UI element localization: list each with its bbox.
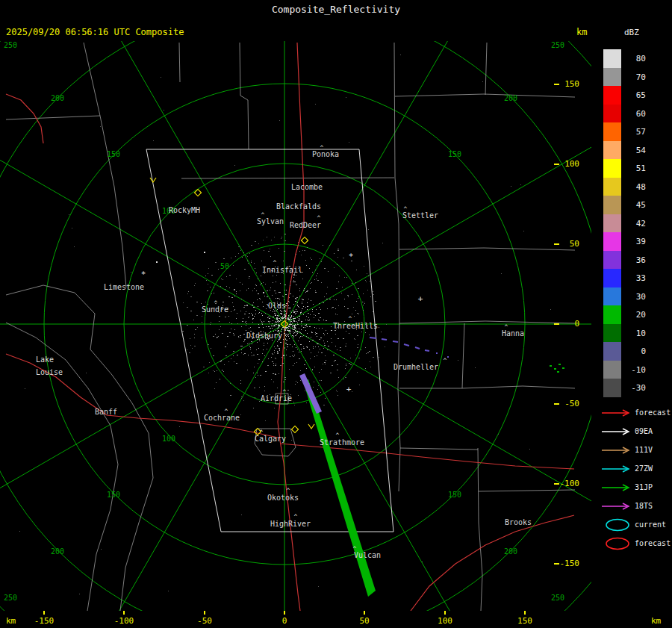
colorbar-value: 30 <box>626 292 646 302</box>
colorbar-swatch-60 <box>603 105 621 123</box>
cross-mark-icon: + <box>418 294 423 304</box>
city-label-drumheller: Drumheller <box>393 363 438 371</box>
town-caret-icon: ^ <box>261 212 265 219</box>
bottom-axis-label: 50 <box>349 616 379 626</box>
legend-arrow-icon <box>600 481 635 494</box>
dot-mark-icon <box>156 261 158 263</box>
colorbar-value: 39 <box>626 237 646 246</box>
town-caret-icon: ^ <box>353 546 357 553</box>
colorbar-swatch-70 <box>603 68 621 87</box>
city-label-brooks: Brooks <box>505 518 532 526</box>
right-axis-label: 150 <box>551 79 579 89</box>
town-caret-icon: ^ <box>287 488 290 494</box>
colorbar-value: 70 <box>626 72 646 82</box>
town-caret-icon: ^ <box>273 260 277 267</box>
echo-streaks <box>299 338 564 597</box>
bottom-axis-tick <box>43 611 45 615</box>
svg-text:200: 200 <box>504 94 517 102</box>
city-label-highriver: HighRiver <box>270 520 311 528</box>
town-caret-icon: ^ <box>349 316 352 323</box>
colorbar-value: 33 <box>626 273 646 283</box>
right-axis-label: 50 <box>551 239 579 249</box>
colorbar-swatch-42 <box>603 214 621 233</box>
bottom-axis-label: -150 <box>29 616 59 626</box>
svg-text:150: 150 <box>107 150 120 158</box>
asterisk-mark-icon: * <box>349 252 354 261</box>
svg-text:200: 200 <box>51 547 64 556</box>
svg-text:150: 150 <box>448 491 461 499</box>
legend-label: forecast <box>635 539 671 547</box>
chevron-marker-icon <box>308 424 314 429</box>
town-caret-icon: ^ <box>294 514 298 520</box>
legend-label: 111V <box>635 446 653 454</box>
town-caret-icon: ^ <box>214 300 218 307</box>
bottom-axis-tick <box>123 611 125 615</box>
city-label-lacombe: Lacombe <box>291 183 323 191</box>
window-title: Composite_Reflectivity <box>0 0 672 21</box>
radar-map-canvas[interactable]: 5010015020025015020025010015020025015020… <box>0 41 591 611</box>
city-label-strathmore: Strathmore <box>320 438 364 447</box>
colorbar-value: -30 <box>626 383 646 393</box>
bottom-axis-label: 0 <box>270 616 299 626</box>
bottom-axis-tick <box>524 611 526 615</box>
colorbar-value: 51 <box>626 164 646 173</box>
colorbar-swatch-57 <box>603 122 621 141</box>
bottom-axis-tick <box>364 611 365 615</box>
right-axis: 150100500-50-100-150 <box>551 41 585 611</box>
svg-text:150: 150 <box>107 491 120 499</box>
colorbar-panel: dBZ 807065605754514845423936333020100-10… <box>596 0 672 628</box>
town-caret-icon: ^ <box>317 215 321 222</box>
city-label-olds: Olds <box>268 302 286 310</box>
town-caret-icon: ^ <box>283 389 287 396</box>
colorbar-value: 48 <box>626 182 646 192</box>
legend-label: forecast <box>635 408 671 417</box>
legend-arrow-icon <box>600 406 635 420</box>
bottom-axis-label: -50 <box>190 616 220 626</box>
city-label-blackfalds: Blackfalds <box>276 202 321 211</box>
svg-text:200: 200 <box>51 94 64 102</box>
colorbar-swatch-10 <box>603 324 621 343</box>
colorbar-swatch-33 <box>603 269 621 287</box>
city-label-okotoks: Okotoks <box>267 494 299 502</box>
right-axis-label: 0 <box>551 319 579 329</box>
bottom-axis: km km -150-100-50050100150 <box>0 611 672 628</box>
city-label-lake: Lake <box>36 355 54 364</box>
svg-text:200: 200 <box>504 547 517 556</box>
city-label-reddeer: RedDeer <box>290 221 321 229</box>
svg-text:250: 250 <box>4 41 17 49</box>
colorbar-value: 42 <box>626 219 646 228</box>
legend-label: current <box>635 520 666 529</box>
colorbar-value: -10 <box>626 365 646 375</box>
right-axis-unit: km <box>576 27 587 37</box>
svg-text:150: 150 <box>448 150 461 158</box>
legend-ellipse-icon <box>600 537 635 550</box>
right-axis-label: 100 <box>551 159 579 169</box>
bottom-axis-label: 150 <box>510 616 540 626</box>
legend-label: 31JP <box>635 483 653 491</box>
colorbar-value: 65 <box>626 90 646 100</box>
colorbar-swatch-0 <box>603 342 621 361</box>
legend-label: 18TS <box>635 502 653 510</box>
chevron-marker-icon <box>150 178 156 182</box>
radar-site-diamond-icon <box>301 237 308 243</box>
bottom-axis-label: 100 <box>430 616 460 626</box>
colorbar-value: 20 <box>626 310 646 320</box>
legend-arrow-icon <box>600 444 635 457</box>
town-caret-icon: ^ <box>404 206 408 213</box>
svg-text:100: 100 <box>162 435 175 443</box>
bottom-axis-tick <box>204 611 205 615</box>
city-label-vulcan: Vulcan <box>354 551 381 559</box>
colorbar-swatch-36 <box>603 251 621 270</box>
colorbar-swatch--30 <box>603 379 621 397</box>
radar-site-diamond-icon <box>291 426 298 432</box>
colorbar-swatch-80 <box>603 49 621 68</box>
right-axis-label: -150 <box>551 559 579 568</box>
colorbar-value: 54 <box>626 146 646 155</box>
colorbar-swatch-54 <box>603 141 621 160</box>
svg-text:50: 50 <box>220 262 229 270</box>
legend-arrow-icon <box>600 425 635 438</box>
product-timestamp: 2025/09/20 06:56:16 UTC Composite <box>6 27 184 37</box>
bottom-axis-unit-left: km <box>6 616 16 626</box>
cross-mark-icon: + <box>346 385 352 394</box>
colorbar-swatch-39 <box>603 232 621 251</box>
